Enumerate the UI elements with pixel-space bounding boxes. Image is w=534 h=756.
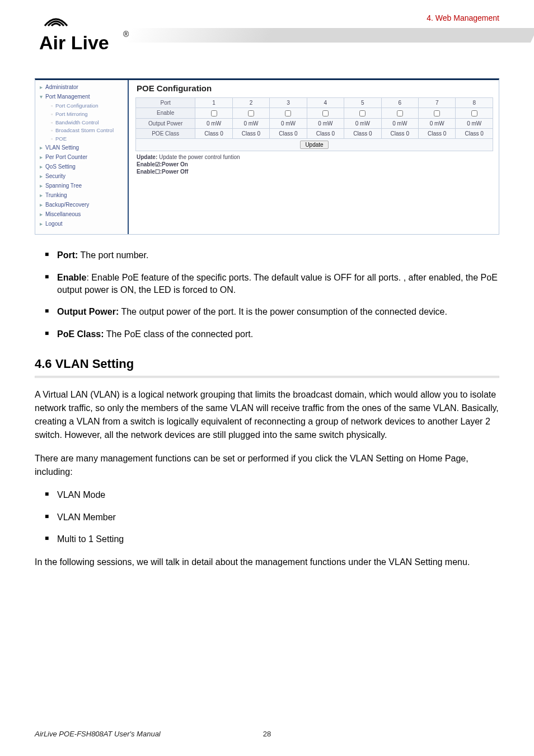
enable-port-7[interactable] — [434, 110, 440, 116]
table-row: Enable — [136, 108, 493, 119]
brand-logo: Air Live ® — [39, 10, 129, 57]
section-title: 4.6 VLAN Setting — [35, 356, 499, 374]
panel-title: POE Configuration — [135, 83, 493, 93]
list-item: Port: The port number. — [45, 249, 499, 262]
list-item: VLAN Member — [45, 511, 499, 524]
sidebar-item-administrator[interactable]: ▸Administrator — [35, 82, 128, 92]
paragraph: A Virtual LAN (VLAN) is a logical networ… — [35, 388, 499, 442]
page-number: 28 — [263, 730, 271, 738]
sidebar-sub-poe[interactable]: ◦POE — [35, 134, 128, 143]
list-item: Enable: Enable PoE feature of the specif… — [45, 272, 499, 296]
sidebar-sub-port-mirroring[interactable]: ◦Port Mirroring — [35, 110, 128, 118]
sidebar-item-port-management[interactable]: ▾Port Management — [35, 92, 128, 101]
document-body: Port: The port number. Enable: Enable Po… — [35, 249, 499, 568]
table-row: Port 1 2 3 4 5 6 7 8 — [136, 98, 493, 108]
enable-port-1[interactable] — [211, 110, 217, 116]
row-label-port: Port — [136, 98, 195, 108]
paragraph: In the following sessions, we will talk … — [35, 556, 499, 569]
list-item: Multi to 1 Setting — [45, 533, 499, 545]
enable-port-5[interactable] — [359, 110, 366, 116]
sidebar-item-backup-recovery[interactable]: ▸Backup/Recovery — [35, 200, 128, 209]
sidebar: ▸Administrator ▾Port Management ◦Port Co… — [35, 80, 128, 234]
sidebar-item-trunking[interactable]: ▸Trunking — [35, 190, 128, 200]
sidebar-item-security[interactable]: ▸Security — [35, 171, 128, 181]
footer-manual-title: AirLive POE-FSH808AT User's Manual — [35, 730, 161, 738]
header-stripe — [125, 28, 534, 43]
notes: Update: Update the power control funtion… — [135, 151, 493, 175]
paragraph: There are many management functions can … — [35, 452, 499, 479]
sidebar-sub-port-configuration[interactable]: ◦Port Configuration — [35, 101, 128, 110]
table-row: Update — [136, 138, 493, 151]
enable-port-2[interactable] — [248, 110, 254, 116]
breadcrumb: 4. Web Management — [427, 13, 499, 22]
enable-port-3[interactable] — [285, 110, 291, 116]
sidebar-item-vlan-setting[interactable]: ▸VLAN Setting — [35, 143, 128, 152]
list-item: VLAN Mode — [45, 489, 499, 501]
update-button[interactable]: Update — [300, 141, 328, 149]
row-label-output: Output Power — [136, 118, 195, 128]
sidebar-item-per-port-counter[interactable]: ▸Per Port Counter — [35, 152, 128, 162]
row-label-enable: Enable — [136, 108, 195, 119]
table-row: Output Power 0 mW 0 mW 0 mW 0 mW 0 mW 0 … — [136, 118, 493, 128]
enable-port-8[interactable] — [471, 110, 477, 116]
sidebar-item-qos-setting[interactable]: ▸QoS Setting — [35, 162, 128, 171]
sidebar-sub-bandwidth-control[interactable]: ◦Bandwidth Control — [35, 118, 128, 127]
enable-port-6[interactable] — [397, 110, 403, 116]
router-admin-screenshot: ▸Administrator ▾Port Management ◦Port Co… — [35, 78, 499, 235]
poe-table: Port 1 2 3 4 5 6 7 8 Enable — [135, 97, 493, 151]
sidebar-item-logout[interactable]: ▸Logout — [35, 219, 128, 228]
page-footer: AirLive POE-FSH808AT User's Manual 28 — [35, 730, 499, 738]
enable-port-4[interactable] — [322, 110, 329, 116]
row-label-class: POE Class — [136, 128, 195, 138]
list-item: Output Power: The output power of the po… — [45, 306, 499, 318]
sidebar-item-spanning-tree[interactable]: ▸Spanning Tree — [35, 181, 128, 190]
section-divider — [35, 376, 499, 378]
list-item: PoE Class: The PoE class of the connecte… — [45, 328, 499, 340]
table-row: POE Class Class 0 Class 0 Class 0 Class … — [136, 128, 493, 138]
sidebar-sub-broadcast-storm[interactable]: ◦Broadcast Storm Control — [35, 127, 128, 134]
svg-text:Air Live: Air Live — [39, 32, 109, 53]
sidebar-item-miscellaneous[interactable]: ▸Miscellaneous — [35, 209, 128, 219]
main-panel: POE Configuration Port 1 2 3 4 5 6 7 8 E… — [128, 80, 499, 234]
